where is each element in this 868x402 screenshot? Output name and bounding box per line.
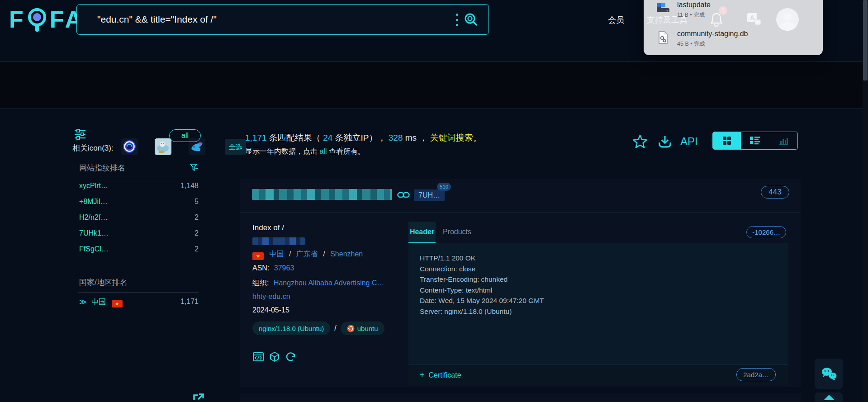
grid-view-button[interactable] <box>713 132 741 149</box>
favorite-star-icon[interactable] <box>632 134 648 149</box>
search-input[interactable] <box>97 5 446 34</box>
fingerprint-count: 1,148 <box>180 182 199 190</box>
fingerprint-row: H2/n2f… 2 <box>79 213 199 222</box>
fingerprint-link[interactable]: H2/n2f… <box>79 213 108 221</box>
location-row: ★ 中国 / 广东省 / Shenzhen <box>252 250 363 260</box>
server-tag[interactable]: nginx/1.18.0 (Ubuntu) <box>252 322 330 335</box>
country-link[interactable]: 中国 <box>91 298 106 306</box>
ubuntu-logo-icon <box>347 325 355 332</box>
download-file-name: lastupdate <box>677 1 711 9</box>
up-arrow-icon <box>822 394 836 401</box>
result-card-header: 7UH… 510 443 <box>240 179 801 213</box>
tab-header[interactable]: Header <box>408 222 436 243</box>
fingerprint-link[interactable]: 7UHk1… <box>79 229 109 237</box>
wechat-contact-button[interactable] <box>815 359 843 389</box>
fingerprint-badge-count: 510 <box>437 183 451 191</box>
search-submit-icon[interactable] <box>463 12 479 28</box>
fingerprint-row: +8MJil… 5 <box>79 198 199 207</box>
copy-link-icon[interactable] <box>397 190 410 200</box>
fingerprint-link[interactable]: xycPlrt… <box>79 182 108 189</box>
result-title[interactable]: Index of / <box>252 223 284 232</box>
query-time: 328 <box>389 133 403 142</box>
logo-magnifier-icon <box>25 5 49 33</box>
fofa-search-results-page: F F A 会员 支持及工具 <box>0 0 868 402</box>
fofa-logo[interactable]: F F A <box>9 5 83 33</box>
date-row: 2024-05-15 <box>252 306 289 314</box>
fingerprint-row: 7UHk1… 2 <box>79 229 199 238</box>
os-tag[interactable]: ubuntu <box>341 322 384 335</box>
asn-link[interactable]: 37963 <box>274 264 294 272</box>
keyword-search-link[interactable]: 关键词搜索 <box>430 133 473 142</box>
wechat-icon <box>821 367 838 381</box>
results-stats-line: 1,171 条匹配结果（ 24 条独立IP）， 328 ms ， 关键词搜索。 <box>245 132 482 144</box>
download-file-meta: 45 B • 完成 <box>677 40 705 48</box>
refresh-icon[interactable] <box>285 351 297 362</box>
logo-letter: F <box>9 5 24 33</box>
favicon-thumbnail[interactable] <box>155 138 171 155</box>
download-item[interactable]: lastupdate 11 B • 完成 <box>644 0 823 25</box>
fingerprint-count: 5 <box>194 198 199 206</box>
expand-result-icon[interactable] <box>193 393 204 402</box>
redacted-ip[interactable] <box>252 237 305 245</box>
nav-member[interactable]: 会员 <box>608 14 624 25</box>
chart-view-button[interactable] <box>769 132 797 149</box>
fingerprint-count: 2 <box>194 213 199 222</box>
filter-sliders-icon[interactable] <box>74 128 86 140</box>
fingerprint-row: xycPlrt… 1,148 <box>79 182 199 191</box>
organization-link[interactable]: Hangzhou Alibaba Advertising C… <box>274 279 384 287</box>
code-preview-icon[interactable] <box>252 351 264 362</box>
select-all-button[interactable]: 全选 <box>225 139 246 155</box>
filter-all-button[interactable]: all <box>169 129 201 142</box>
related-icons-band: 相关icon(3): <box>0 62 868 109</box>
favicon-thumbnail[interactable] <box>121 138 138 155</box>
fingerprint-count: 2 <box>194 229 199 237</box>
domain-link[interactable]: hhty-edu.cn <box>252 293 290 300</box>
plus-icon: + <box>420 370 425 380</box>
card-action-icons <box>252 351 297 362</box>
country-link[interactable]: 中国 <box>269 250 284 258</box>
country-count: 1,171 <box>180 298 199 306</box>
tab-products[interactable]: Products <box>440 222 474 243</box>
funnel-filter-icon[interactable] <box>190 163 199 172</box>
http-headers-panel: HTTP/1.1 200 OK Connection: close Transf… <box>408 243 788 364</box>
tags-row: nginx/1.18.0 (Ubuntu) / ubuntu <box>252 322 384 335</box>
time-range-hint: 显示一年内数据，点击 all 查看所有。 <box>245 147 365 156</box>
double-chevron-icon[interactable]: ≫ <box>79 298 87 306</box>
china-flag-icon: ★ <box>252 252 264 260</box>
download-file-meta: 11 B • 完成 <box>677 11 705 19</box>
fingerprint-link[interactable]: FfSgCl… <box>79 245 109 253</box>
download-item[interactable]: community-staging.db 45 B • 完成 <box>644 29 823 54</box>
list-view-button[interactable] <box>741 132 769 149</box>
city-link[interactable]: Shenzhen <box>330 250 363 258</box>
browser-downloads-popup: lastupdate 11 B • 完成 community-staging.d… <box>644 0 823 55</box>
search-options-icon[interactable] <box>456 14 459 26</box>
header-hash-badge[interactable]: -10266… <box>746 226 786 238</box>
back-to-top-button[interactable] <box>815 393 843 402</box>
certificate-hash-badge[interactable]: 2ad2a… <box>736 368 776 381</box>
drive-file-icon <box>656 2 670 14</box>
province-link[interactable]: 广东省 <box>296 250 318 258</box>
port-badge[interactable]: 443 <box>761 186 789 199</box>
redacted-url[interactable] <box>252 189 392 200</box>
detail-panel: Header Products -10266… HTTP/1.1 200 OK … <box>408 222 788 385</box>
certificate-expand[interactable]: +Certificate <box>420 370 461 380</box>
geo-ranking-title: 国家/地区排名 <box>79 277 128 288</box>
show-all-link[interactable]: all <box>319 147 327 155</box>
asn-row: ASN: 37963 <box>252 264 294 272</box>
assets-cube-icon[interactable] <box>269 351 280 362</box>
api-link[interactable]: API <box>680 135 698 148</box>
related-icons-label: 相关icon(3): <box>72 143 114 153</box>
view-mode-toggle <box>712 132 798 150</box>
page-scrollbar[interactable] <box>863 0 868 402</box>
match-count: 1,171 <box>245 133 267 142</box>
scrollbar-thumb[interactable] <box>863 0 868 80</box>
next-result-card <box>240 393 801 402</box>
database-file-icon <box>658 31 669 44</box>
http-headers-text: HTTP/1.1 200 OK Connection: close Transf… <box>420 253 544 317</box>
result-card: 7UH… 510 443 Index of / ★ 中国 / 广东省 / She… <box>240 179 801 387</box>
detail-tabs: Header Products -10266… <box>408 222 788 243</box>
fingerprint-badge[interactable]: 7UH… <box>414 189 445 201</box>
unique-ip-count: 24 <box>323 133 332 142</box>
download-results-icon[interactable] <box>657 134 673 150</box>
fingerprint-link[interactable]: +8MJil… <box>79 198 108 205</box>
